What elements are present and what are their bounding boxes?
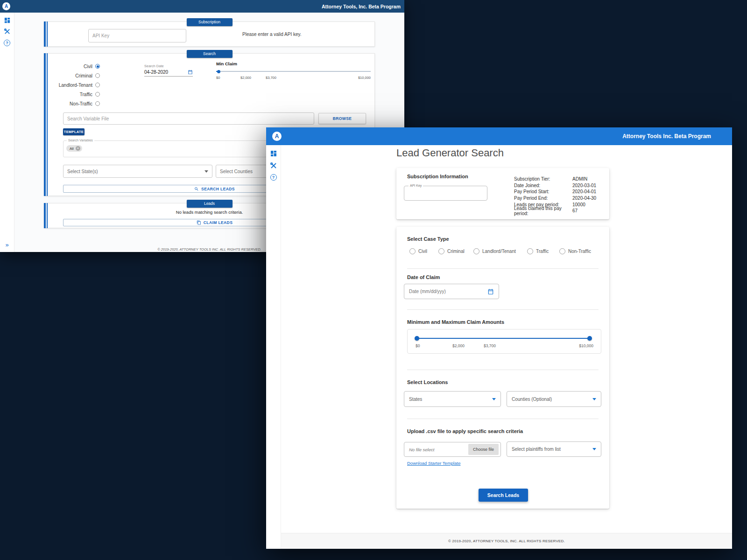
divider xyxy=(407,309,599,310)
tick-label: $3,700 xyxy=(266,76,276,80)
leads-card-header: Leads xyxy=(187,200,233,208)
radio-icon[interactable] xyxy=(95,64,100,69)
tick-label: $10,000 xyxy=(358,76,371,80)
states-select[interactable]: States xyxy=(404,391,501,407)
choose-file-button[interactable]: Choose file xyxy=(468,444,499,455)
variable-chip-all[interactable]: All × xyxy=(66,145,82,152)
tick-label: $3,700 xyxy=(484,343,496,348)
page-title: Lead Generator Search xyxy=(396,147,504,159)
counties-select-value: Select Counties xyxy=(220,169,253,174)
case-type-option-landlord-tenant[interactable]: Landlord/Tenant xyxy=(473,248,516,254)
radio-icon[interactable] xyxy=(527,248,533,254)
slider-track[interactable] xyxy=(216,71,371,72)
subscription-info-card: Subscription Information API Key Subscri… xyxy=(396,168,609,219)
claim-amounts-heading: Minimum and Maximum Claim Amounts xyxy=(407,319,504,325)
date-placeholder: Date (mm/dd/yyy) xyxy=(409,289,446,294)
plaintiffs-select-value: Select plaintiffs from list xyxy=(512,447,561,452)
search-date-label: Search Date xyxy=(144,64,193,68)
radio-icon[interactable] xyxy=(473,248,479,254)
search-variables-label: Search Variables xyxy=(67,139,94,142)
csv-file-field[interactable]: No file select Choose file xyxy=(404,442,501,457)
chip-remove-icon[interactable]: × xyxy=(76,146,80,151)
front-titlebar: A Attorney Tools Inc. Beta Program xyxy=(266,127,732,145)
calendar-icon[interactable] xyxy=(188,70,193,75)
case-type-heading: Select Case Type xyxy=(407,236,449,242)
front-window-title: Attorney Tools Inc. Beta Program xyxy=(622,133,711,140)
slider-handle[interactable] xyxy=(217,70,220,73)
date-of-claim-heading: Date of Claim xyxy=(407,274,440,280)
slider-track[interactable] xyxy=(417,338,590,339)
app-logo-icon: A xyxy=(272,132,282,141)
info-row: Pay Period End:2020-04-30 xyxy=(514,195,596,202)
case-type-option-civil[interactable]: Civil xyxy=(44,63,100,70)
case-type-option-civil[interactable]: Civil xyxy=(409,248,427,254)
back-sidebar: ? » xyxy=(0,13,14,252)
template-button[interactable]: TEMPLATE xyxy=(63,128,85,135)
front-window: A Attorney Tools Inc. Beta Program ? Lea… xyxy=(266,127,732,549)
front-footer-copyright: © 2019-2020, ATTORNEY TOOLS, INC. ALL RI… xyxy=(448,539,565,543)
radio-icon[interactable] xyxy=(95,83,100,87)
calendar-icon[interactable] xyxy=(487,288,494,295)
back-titlebar: A Attorney Tools, Inc. Beta Program xyxy=(0,0,404,13)
subscription-details: Subscription Tier:ADMIN Date Joined:2020… xyxy=(514,176,596,214)
date-of-claim-input[interactable]: Date (mm/dd/yyy) xyxy=(404,284,499,299)
states-select-value: States xyxy=(409,397,422,402)
case-type-option-landlord-tenant[interactable]: Landlord-Tenant xyxy=(44,82,100,88)
expand-sidebar-icon[interactable]: » xyxy=(0,241,14,248)
search-icon xyxy=(194,187,199,191)
info-row: Date Joined:2020-03-01 xyxy=(514,182,596,189)
slider-handle-max[interactable] xyxy=(587,336,592,341)
case-type-option-traffic[interactable]: Traffic xyxy=(44,91,100,98)
select-locations-heading: Select Locations xyxy=(407,379,448,385)
divider xyxy=(407,370,599,370)
plaintiffs-select[interactable]: Select plaintiffs from list xyxy=(507,441,601,457)
upload-csv-heading: Upload .csv file to apply specific searc… xyxy=(407,428,523,434)
chip-label: All xyxy=(70,147,74,151)
radio-icon[interactable] xyxy=(95,73,100,78)
case-type-option-criminal[interactable]: Criminal xyxy=(44,72,100,79)
lead-search-form-card: Select Case Type Civil Criminal Landlord… xyxy=(396,227,609,509)
subscription-card-header: Subscription xyxy=(187,18,233,26)
search-variable-file-input[interactable] xyxy=(63,112,314,125)
claim-amount-slider[interactable]: $0 $2,000 $3,700 $10,000 xyxy=(407,329,601,354)
file-copy-icon xyxy=(197,220,201,225)
help-icon[interactable]: ? xyxy=(4,40,10,46)
info-row: Pay Period Start:2020-04-01 xyxy=(514,189,596,195)
app-logo-icon: A xyxy=(2,2,10,10)
case-type-option-traffic[interactable]: Traffic xyxy=(527,248,549,254)
states-select[interactable]: Select State(s) xyxy=(63,165,212,178)
search-leads-button-label: SEARCH LEADS xyxy=(201,187,235,191)
tick-label: $10,000 xyxy=(579,343,593,348)
divider xyxy=(407,268,599,269)
radio-icon[interactable] xyxy=(559,248,565,254)
radio-icon[interactable] xyxy=(409,248,416,254)
radio-icon[interactable] xyxy=(95,101,100,106)
search-leads-button[interactable]: Search Leads xyxy=(479,489,528,502)
file-placeholder: No file select xyxy=(409,447,434,452)
slider-handle-min[interactable] xyxy=(415,336,419,341)
subscription-info-heading: Subscription Information xyxy=(407,174,468,179)
dashboard-icon[interactable] xyxy=(270,150,277,157)
search-date-value: 04-28-2020 xyxy=(144,70,168,75)
search-date-field[interactable]: Search Date 04-28-2020 xyxy=(144,64,193,77)
slider-tick-labels: $0 $2,000 $3,700 $10,000 xyxy=(216,76,371,80)
api-key-input[interactable] xyxy=(88,29,186,42)
tools-icon[interactable] xyxy=(4,28,11,35)
case-type-option-non-traffic[interactable]: Non-Traffic xyxy=(44,100,100,107)
dashboard-icon[interactable] xyxy=(4,17,11,24)
tick-label: $2,000 xyxy=(240,76,251,80)
radio-icon[interactable] xyxy=(438,248,444,254)
help-icon[interactable]: ? xyxy=(270,174,277,181)
api-key-field[interactable]: API Key xyxy=(404,186,487,201)
counties-select[interactable]: Counties (Optional) xyxy=(507,391,601,407)
radio-icon[interactable] xyxy=(95,92,100,97)
min-claim-slider[interactable] xyxy=(216,70,371,73)
case-type-option-criminal[interactable]: Criminal xyxy=(438,248,465,254)
browse-button[interactable]: BROWSE xyxy=(318,113,366,124)
download-template-link[interactable]: Download Starter Template xyxy=(407,461,460,466)
min-claim-label: Min Claim xyxy=(216,61,371,66)
case-type-option-non-traffic[interactable]: Non-Traffic xyxy=(559,248,591,254)
states-select-value: Select State(s) xyxy=(67,169,98,174)
divider xyxy=(407,419,599,419)
tools-icon[interactable] xyxy=(270,162,277,169)
